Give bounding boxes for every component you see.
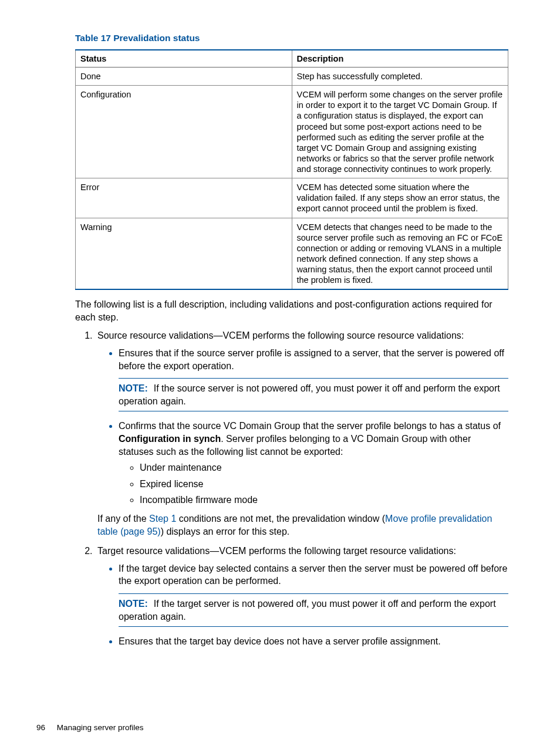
- note-text: If the target server is not powered off,…: [119, 599, 496, 622]
- step-1-tail: If any of the Step 1 conditions are not …: [97, 512, 508, 538]
- step-2: Target resource validations—VCEM perform…: [95, 545, 508, 648]
- step-1-bullet-1: Ensures that if the source server profil…: [119, 347, 508, 411]
- step-2-bullet-2: Ensures that the target bay device does …: [119, 635, 508, 648]
- table-row: Warning VCEM detects that changes need t…: [76, 218, 508, 289]
- bullet-text-bold: Configuration in synch: [119, 434, 221, 444]
- cell-description: VCEM detects that changes need to be mad…: [292, 218, 508, 289]
- cell-status: Done: [76, 67, 292, 86]
- note-text: If the source server is not powered off,…: [119, 383, 500, 406]
- cell-status: Configuration: [76, 86, 292, 178]
- sub-bullet-2: Expired license: [140, 478, 508, 491]
- table-row: Done Step has successfully completed.: [76, 67, 508, 86]
- bullet-text-a: Confirms that the source VC Domain Group…: [119, 421, 501, 431]
- header-status: Status: [76, 50, 292, 67]
- section-title: Managing server profiles: [57, 723, 144, 732]
- tail-text-2: conditions are not met, the prevalidatio…: [176, 514, 385, 524]
- step-2-lead: Target resource validations—VCEM perform…: [97, 546, 456, 556]
- step-1-lead: Source resource validations—VCEM perform…: [97, 330, 464, 340]
- prevalidation-status-table: Status Description Done Step has success…: [75, 49, 508, 290]
- table-header-row: Status Description: [76, 50, 508, 67]
- page-number: 96: [36, 723, 45, 732]
- cell-description: Step has successfully completed.: [292, 67, 508, 86]
- note-label: NOTE:: [119, 599, 148, 609]
- note-box: NOTE:If the target server is not powered…: [119, 593, 508, 627]
- step-2-bullets: If the target device bay selected contai…: [97, 562, 508, 648]
- cell-status: Error: [76, 178, 292, 218]
- table-row: Error VCEM has detected some situation w…: [76, 178, 508, 218]
- table-row: Configuration VCEM will perform some cha…: [76, 86, 508, 178]
- cell-status: Warning: [76, 218, 292, 289]
- step-1-bullets: Ensures that if the source server profil…: [97, 347, 508, 507]
- note-label: NOTE:: [119, 383, 148, 393]
- table-title: Table 17 Prevalidation status: [75, 33, 508, 43]
- sub-bullet-3: Incompatible firmware mode: [140, 494, 508, 507]
- sub-bullets: Under maintenance Expired license Incomp…: [119, 461, 508, 507]
- validation-steps-list: Source resource validations—VCEM perform…: [75, 329, 508, 647]
- cell-description: VCEM has detected some situation where t…: [292, 178, 508, 218]
- cell-description: VCEM will perform some changes on the se…: [292, 86, 508, 178]
- step-1: Source resource validations—VCEM perform…: [95, 329, 508, 538]
- sub-bullet-1: Under maintenance: [140, 461, 508, 474]
- bullet-text: If the target device bay selected contai…: [119, 563, 507, 586]
- step-2-bullet-1: If the target device bay selected contai…: [119, 562, 508, 627]
- tail-text-1: If any of the: [97, 514, 149, 524]
- document-page: Table 17 Prevalidation status Status Des…: [0, 0, 560, 677]
- header-description: Description: [292, 50, 508, 67]
- page-footer: 96 Managing server profiles: [36, 723, 144, 732]
- intro-paragraph: The following list is a full description…: [75, 298, 508, 323]
- step-1-bullet-2: Confirms that the source VC Domain Group…: [119, 420, 508, 507]
- link-step-1[interactable]: Step 1: [149, 514, 176, 524]
- tail-text-3: ) displays an error for this step.: [161, 526, 290, 536]
- note-box: NOTE:If the source server is not powered…: [119, 378, 508, 411]
- bullet-text: Ensures that if the source server profil…: [119, 348, 504, 371]
